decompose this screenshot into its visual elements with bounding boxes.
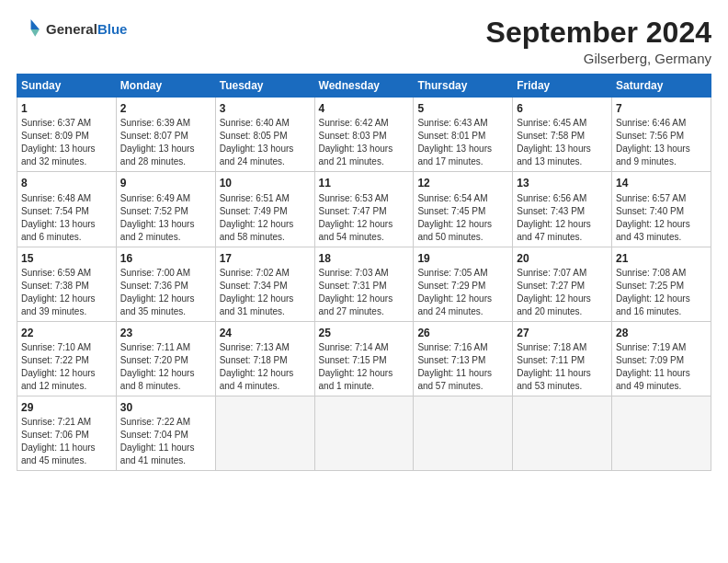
calendar-cell: 30Sunrise: 7:22 AM Sunset: 7:04 PM Dayli… <box>116 396 215 470</box>
day-info: Sunrise: 6:54 AM Sunset: 7:45 PM Dayligh… <box>417 192 508 244</box>
calendar-cell: 23Sunrise: 7:11 AM Sunset: 7:20 PM Dayli… <box>116 321 215 396</box>
svg-marker-0 <box>31 19 40 29</box>
calendar-subtitle: Gilserberg, Germany <box>486 51 711 66</box>
day-number: 16 <box>120 251 211 266</box>
calendar-cell: 13Sunrise: 6:56 AM Sunset: 7:43 PM Dayli… <box>513 172 612 247</box>
day-number: 19 <box>417 251 508 266</box>
calendar-cell: 29Sunrise: 7:21 AM Sunset: 7:06 PM Dayli… <box>17 396 117 470</box>
calendar-cell: 20Sunrise: 7:07 AM Sunset: 7:27 PM Dayli… <box>513 247 612 321</box>
day-number: 29 <box>21 400 112 415</box>
day-number: 14 <box>616 176 707 190</box>
day-number: 24 <box>220 326 311 340</box>
col-wednesday: Wednesday <box>314 75 414 98</box>
day-number: 21 <box>616 251 707 266</box>
day-number: 5 <box>417 101 508 116</box>
calendar-cell: 5Sunrise: 6:43 AM Sunset: 8:01 PM Daylig… <box>414 98 513 172</box>
calendar-cell: 4Sunrise: 6:42 AM Sunset: 8:03 PM Daylig… <box>314 98 414 172</box>
day-number: 25 <box>319 326 410 340</box>
week-row-1: 1Sunrise: 6:37 AM Sunset: 8:09 PM Daylig… <box>17 98 711 172</box>
col-monday: Monday <box>116 75 215 98</box>
day-info: Sunrise: 7:18 AM Sunset: 7:11 PM Dayligh… <box>517 341 608 393</box>
day-number: 30 <box>120 400 211 415</box>
day-number: 9 <box>120 176 211 190</box>
calendar-cell: 18Sunrise: 7:03 AM Sunset: 7:31 PM Dayli… <box>314 247 414 321</box>
day-number: 11 <box>319 176 410 190</box>
day-info: Sunrise: 6:40 AM Sunset: 8:05 PM Dayligh… <box>220 117 311 168</box>
day-info: Sunrise: 6:43 AM Sunset: 8:01 PM Dayligh… <box>417 117 508 168</box>
day-info: Sunrise: 6:37 AM Sunset: 8:09 PM Dayligh… <box>21 117 112 168</box>
day-number: 22 <box>21 326 112 340</box>
day-info: Sunrise: 6:49 AM Sunset: 7:52 PM Dayligh… <box>120 192 211 244</box>
day-number: 27 <box>517 326 608 340</box>
day-number: 10 <box>220 176 311 190</box>
logo-icon <box>17 17 42 42</box>
day-number: 13 <box>517 176 608 190</box>
day-number: 20 <box>517 251 608 266</box>
week-row-2: 8Sunrise: 6:48 AM Sunset: 7:54 PM Daylig… <box>17 172 711 247</box>
day-info: Sunrise: 6:45 AM Sunset: 7:58 PM Dayligh… <box>517 117 608 168</box>
week-row-4: 22Sunrise: 7:10 AM Sunset: 7:22 PM Dayli… <box>17 321 711 396</box>
calendar-cell <box>414 396 513 470</box>
day-number: 26 <box>417 326 508 340</box>
day-info: Sunrise: 7:13 AM Sunset: 7:18 PM Dayligh… <box>220 341 311 393</box>
calendar-cell: 22Sunrise: 7:10 AM Sunset: 7:22 PM Dayli… <box>17 321 117 396</box>
day-number: 6 <box>517 101 608 116</box>
day-info: Sunrise: 6:51 AM Sunset: 7:49 PM Dayligh… <box>220 192 311 244</box>
day-info: Sunrise: 7:19 AM Sunset: 7:09 PM Dayligh… <box>616 341 707 393</box>
svg-marker-1 <box>31 29 40 37</box>
calendar-cell: 12Sunrise: 6:54 AM Sunset: 7:45 PM Dayli… <box>414 172 513 247</box>
calendar-cell: 17Sunrise: 7:02 AM Sunset: 7:34 PM Dayli… <box>215 247 314 321</box>
calendar-cell: 10Sunrise: 6:51 AM Sunset: 7:49 PM Dayli… <box>215 172 314 247</box>
day-number: 2 <box>120 101 211 116</box>
calendar-cell: 3Sunrise: 6:40 AM Sunset: 8:05 PM Daylig… <box>215 98 314 172</box>
calendar-cell <box>314 396 414 470</box>
page-header: GeneralBlue September 2024 Gilserberg, G… <box>17 17 711 66</box>
day-number: 3 <box>220 101 311 116</box>
calendar-cell: 2Sunrise: 6:39 AM Sunset: 8:07 PM Daylig… <box>116 98 215 172</box>
calendar-cell <box>612 396 711 470</box>
calendar-cell: 27Sunrise: 7:18 AM Sunset: 7:11 PM Dayli… <box>513 321 612 396</box>
day-info: Sunrise: 6:39 AM Sunset: 8:07 PM Dayligh… <box>120 117 211 168</box>
col-tuesday: Tuesday <box>215 75 314 98</box>
calendar-cell <box>215 396 314 470</box>
day-number: 23 <box>120 326 211 340</box>
calendar-cell: 14Sunrise: 6:57 AM Sunset: 7:40 PM Dayli… <box>612 172 711 247</box>
day-number: 18 <box>319 251 410 266</box>
day-info: Sunrise: 7:00 AM Sunset: 7:36 PM Dayligh… <box>120 267 211 318</box>
day-info: Sunrise: 7:10 AM Sunset: 7:22 PM Dayligh… <box>21 341 112 393</box>
day-info: Sunrise: 7:16 AM Sunset: 7:13 PM Dayligh… <box>417 341 508 393</box>
calendar-cell: 24Sunrise: 7:13 AM Sunset: 7:18 PM Dayli… <box>215 321 314 396</box>
day-info: Sunrise: 6:56 AM Sunset: 7:43 PM Dayligh… <box>517 192 608 244</box>
calendar-title: September 2024 <box>486 17 711 49</box>
col-sunday: Sunday <box>17 75 117 98</box>
day-info: Sunrise: 7:02 AM Sunset: 7:34 PM Dayligh… <box>220 267 311 318</box>
logo-general: General <box>46 21 97 37</box>
day-info: Sunrise: 7:07 AM Sunset: 7:27 PM Dayligh… <box>517 267 608 318</box>
calendar-cell: 11Sunrise: 6:53 AM Sunset: 7:47 PM Dayli… <box>314 172 414 247</box>
calendar-cell: 8Sunrise: 6:48 AM Sunset: 7:54 PM Daylig… <box>17 172 117 247</box>
calendar-cell: 16Sunrise: 7:00 AM Sunset: 7:36 PM Dayli… <box>116 247 215 321</box>
calendar-cell: 28Sunrise: 7:19 AM Sunset: 7:09 PM Dayli… <box>612 321 711 396</box>
day-info: Sunrise: 7:05 AM Sunset: 7:29 PM Dayligh… <box>417 267 508 318</box>
day-number: 17 <box>220 251 311 266</box>
calendar-cell: 19Sunrise: 7:05 AM Sunset: 7:29 PM Dayli… <box>414 247 513 321</box>
calendar-cell: 1Sunrise: 6:37 AM Sunset: 8:09 PM Daylig… <box>17 98 117 172</box>
col-thursday: Thursday <box>414 75 513 98</box>
day-number: 4 <box>319 101 410 116</box>
title-block: September 2024 Gilserberg, Germany <box>486 17 711 66</box>
day-info: Sunrise: 7:11 AM Sunset: 7:20 PM Dayligh… <box>120 341 211 393</box>
day-info: Sunrise: 6:42 AM Sunset: 8:03 PM Dayligh… <box>319 117 410 168</box>
calendar-cell: 15Sunrise: 6:59 AM Sunset: 7:38 PM Dayli… <box>17 247 117 321</box>
week-row-3: 15Sunrise: 6:59 AM Sunset: 7:38 PM Dayli… <box>17 247 711 321</box>
col-friday: Friday <box>513 75 612 98</box>
day-info: Sunrise: 6:57 AM Sunset: 7:40 PM Dayligh… <box>616 192 707 244</box>
week-row-5: 29Sunrise: 7:21 AM Sunset: 7:06 PM Dayli… <box>17 396 711 470</box>
day-info: Sunrise: 6:59 AM Sunset: 7:38 PM Dayligh… <box>21 267 112 318</box>
day-number: 7 <box>616 101 707 116</box>
calendar-header-row: Sunday Monday Tuesday Wednesday Thursday… <box>17 75 711 98</box>
day-info: Sunrise: 6:46 AM Sunset: 7:56 PM Dayligh… <box>616 117 707 168</box>
day-number: 15 <box>21 251 112 266</box>
calendar-cell: 25Sunrise: 7:14 AM Sunset: 7:15 PM Dayli… <box>314 321 414 396</box>
day-number: 1 <box>21 101 112 116</box>
day-info: Sunrise: 7:14 AM Sunset: 7:15 PM Dayligh… <box>319 341 410 393</box>
